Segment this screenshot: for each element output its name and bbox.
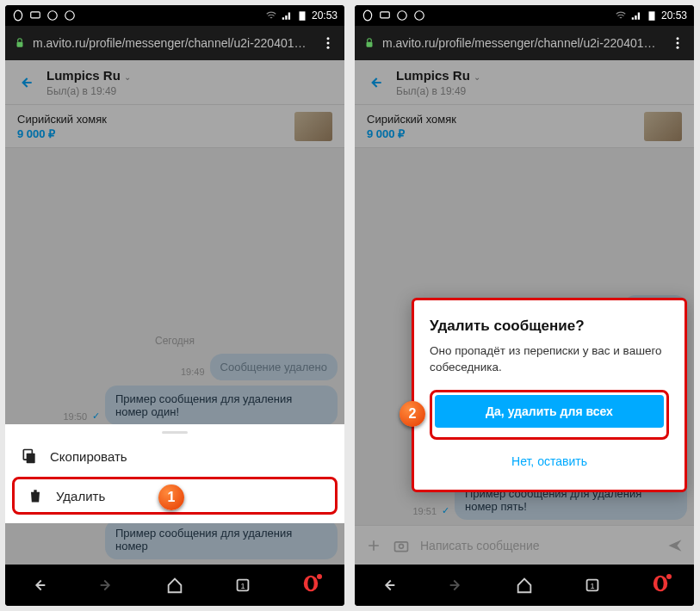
browser-bottom-nav: 1 xyxy=(5,565,344,606)
opera-mini-icon xyxy=(362,9,374,22)
svg-rect-1 xyxy=(31,12,40,18)
svg-rect-20 xyxy=(367,42,373,47)
svg-point-21 xyxy=(677,37,679,40)
nav-back-icon[interactable] xyxy=(379,576,398,595)
sheet-copy-item[interactable]: Скопировать xyxy=(5,437,344,475)
svg-point-15 xyxy=(363,10,371,21)
signal-icon xyxy=(630,9,642,22)
browser-bottom-nav: 1 xyxy=(355,565,694,606)
svg-point-7 xyxy=(327,42,330,45)
status-bar: 20:53 xyxy=(5,5,344,26)
svg-rect-4 xyxy=(299,11,305,20)
sheet-copy-label: Скопировать xyxy=(50,449,127,464)
wifi-icon xyxy=(265,9,277,22)
svg-text:1: 1 xyxy=(240,582,245,590)
nav-home-icon[interactable] xyxy=(165,576,184,595)
url-bar[interactable]: m.avito.ru/profile/messenger/channel/u2i… xyxy=(5,26,344,60)
svg-point-22 xyxy=(677,42,679,45)
status-time: 20:53 xyxy=(661,9,687,22)
nav-tabs-icon[interactable]: 1 xyxy=(233,576,252,595)
svg-point-2 xyxy=(48,11,58,21)
cast-icon xyxy=(29,9,41,22)
app-icon-1 xyxy=(396,9,408,22)
svg-point-23 xyxy=(677,46,679,49)
lock-icon xyxy=(363,37,375,49)
svg-point-29 xyxy=(657,577,663,590)
nav-tabs-icon[interactable]: 1 xyxy=(583,576,602,595)
svg-point-8 xyxy=(327,46,330,49)
dialog-confirm-button[interactable]: Да, удалить для всех xyxy=(435,395,664,428)
svg-point-0 xyxy=(14,10,22,21)
battery-icon xyxy=(646,9,658,22)
wifi-icon xyxy=(615,9,627,22)
dialog-title: Удалить сообщение? xyxy=(430,318,669,335)
sheet-delete-label: Удалить xyxy=(56,489,105,503)
svg-rect-16 xyxy=(381,12,390,18)
browser-menu-icon[interactable] xyxy=(320,35,336,51)
copy-icon xyxy=(21,447,38,465)
nav-home-icon[interactable] xyxy=(515,576,534,595)
url-text: m.avito.ru/profile/messenger/channel/u2i… xyxy=(33,36,313,50)
phone-right: 20:53 m.avito.ru/profile/messenger/chann… xyxy=(355,5,694,606)
trash-icon xyxy=(27,487,44,504)
status-time: 20:53 xyxy=(312,9,338,22)
dialog-confirm-highlight: Да, удалить для всех xyxy=(430,390,669,440)
nav-opera-icon[interactable] xyxy=(651,574,670,596)
delete-confirm-dialog: Удалить сообщение? Оно пропадёт из переп… xyxy=(412,298,687,492)
dialog-cancel-button[interactable]: Нет, оставить xyxy=(430,445,669,478)
dialog-text: Оно пропадёт из переписки у вас и вашего… xyxy=(430,343,669,376)
svg-point-18 xyxy=(415,11,424,21)
svg-rect-9 xyxy=(27,454,35,464)
status-bar: 20:53 xyxy=(355,5,694,26)
nav-back-icon[interactable] xyxy=(29,576,48,595)
app-icon-2 xyxy=(413,9,425,22)
url-bar[interactable]: m.avito.ru/profile/messenger/channel/u2i… xyxy=(355,26,694,60)
cast-icon xyxy=(379,9,391,22)
svg-point-6 xyxy=(327,37,330,40)
svg-rect-5 xyxy=(17,42,23,47)
callout-badge-1: 1 xyxy=(158,484,184,510)
nav-opera-icon[interactable] xyxy=(301,574,320,596)
app-icon-1 xyxy=(46,9,59,22)
callout-badge-2: 2 xyxy=(400,401,425,427)
phone-left: 20:53 m.avito.ru/profile/messenger/chann… xyxy=(5,5,344,606)
svg-point-14 xyxy=(307,577,313,590)
url-text: m.avito.ru/profile/messenger/channel/u2i… xyxy=(382,36,663,50)
svg-rect-19 xyxy=(648,11,654,20)
battery-icon xyxy=(296,9,308,22)
opera-mini-icon xyxy=(12,9,24,22)
app-icon-2 xyxy=(64,9,76,22)
lock-icon xyxy=(14,37,26,49)
signal-icon xyxy=(281,9,293,22)
nav-forward-icon[interactable] xyxy=(447,576,466,595)
svg-point-3 xyxy=(65,11,75,21)
svg-point-17 xyxy=(398,11,407,21)
sheet-handle[interactable] xyxy=(162,431,188,434)
nav-forward-icon[interactable] xyxy=(97,576,116,595)
browser-menu-icon[interactable] xyxy=(670,35,685,51)
svg-text:1: 1 xyxy=(590,582,594,590)
